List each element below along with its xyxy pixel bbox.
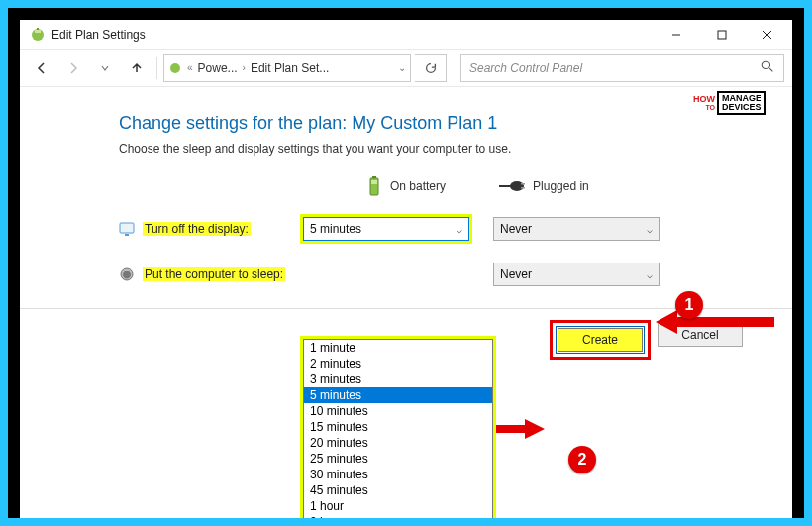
window-title: Edit Plan Settings [51, 28, 654, 42]
svg-rect-17 [120, 223, 134, 233]
dropdown-option[interactable]: 1 minute [304, 340, 492, 356]
svg-rect-11 [372, 176, 376, 178]
svg-line-9 [769, 68, 772, 71]
annotation-badge-1: 1 [675, 291, 703, 319]
sleep-plugged-dropdown[interactable]: Never ⌵ [493, 263, 660, 286]
dropdown-option[interactable]: 1 hour [304, 498, 492, 514]
chevron-down-icon: ⌵ [457, 224, 462, 235]
breadcrumb-item[interactable]: Edit Plan Set... [251, 61, 329, 75]
dropdown-option-selected[interactable]: 5 minutes [304, 387, 492, 403]
page-title: Change settings for the plan: My Custom … [119, 113, 759, 134]
search-input[interactable]: Search Control Panel [460, 54, 784, 82]
refresh-button[interactable] [415, 54, 447, 82]
battery-icon [366, 175, 382, 197]
chevron-down-icon: ⌵ [647, 224, 653, 235]
minimize-button[interactable] [654, 20, 699, 50]
titlebar: Edit Plan Settings [20, 20, 792, 50]
chevron-down-icon: ⌵ [647, 269, 653, 280]
display-label: Turn off the display: [143, 222, 251, 236]
column-plugged-in: Plugged in [499, 179, 589, 193]
svg-rect-2 [37, 28, 39, 30]
nav-forward-button[interactable] [59, 54, 87, 82]
svg-rect-14 [499, 185, 511, 187]
column-on-battery: On battery [366, 175, 446, 197]
svg-point-13 [510, 181, 524, 191]
watermark-logo: HOW TO MANAGE DEVICES [693, 91, 766, 115]
nav-back-button[interactable] [28, 54, 55, 82]
annotation-arrow-1 [656, 307, 774, 337]
setting-row-sleep: Put the computer to sleep: Never ⌵ [119, 263, 759, 286]
svg-rect-16 [521, 187, 525, 189]
breadcrumb-item[interactable]: Powe... [198, 61, 238, 75]
search-icon [761, 60, 775, 76]
sleep-icon [119, 266, 135, 282]
address-bar[interactable]: « Powe... › Edit Plan Set... ⌄ [163, 54, 411, 82]
sleep-label: Put the computer to sleep: [143, 267, 285, 281]
display-battery-dropdown-list[interactable]: 1 minute 2 minutes 3 minutes 5 minutes 1… [303, 339, 493, 518]
setting-row-display: Turn off the display: 5 minutes ⌵ Never … [119, 217, 759, 241]
dropdown-option[interactable]: 15 minutes [304, 419, 492, 435]
search-placeholder: Search Control Panel [469, 61, 761, 75]
dropdown-option[interactable]: 20 minutes [304, 435, 492, 451]
chevron-right-icon: › [243, 62, 246, 73]
svg-marker-20 [656, 310, 774, 334]
create-button-highlight: Create [553, 323, 648, 357]
power-plan-icon [168, 61, 182, 75]
dropdown-option[interactable]: 30 minutes [304, 467, 492, 482]
dropdown-option[interactable]: 3 minutes [304, 371, 492, 387]
dropdown-option[interactable]: 45 minutes [304, 482, 492, 498]
navigation-bar: « Powe... › Edit Plan Set... ⌄ Search Co… [20, 50, 792, 87]
display-plugged-dropdown[interactable]: Never ⌵ [493, 217, 660, 241]
maximize-button[interactable] [699, 20, 745, 50]
display-icon [119, 221, 135, 237]
close-button[interactable] [745, 20, 790, 50]
annotation-badge-2: 2 [568, 446, 596, 473]
dropdown-option[interactable]: 2 hours [304, 514, 492, 518]
breadcrumb-prefix: « [187, 62, 193, 73]
svg-point-7 [170, 63, 180, 73]
svg-rect-12 [371, 180, 377, 184]
svg-rect-18 [125, 234, 129, 236]
chevron-down-icon[interactable]: ⌄ [398, 62, 406, 73]
dropdown-option[interactable]: 25 minutes [304, 451, 492, 467]
nav-up-button[interactable] [123, 54, 151, 82]
dropdown-option[interactable]: 2 minutes [304, 356, 492, 371]
display-battery-dropdown[interactable]: 5 minutes ⌵ [303, 217, 469, 241]
edit-plan-settings-window: Edit Plan Settings « Powe... › Edit Plan [20, 20, 792, 518]
create-button[interactable]: Create [558, 328, 643, 352]
page-subtitle: Choose the sleep and display settings th… [119, 142, 759, 156]
svg-point-8 [762, 61, 769, 68]
body-area: HOW TO MANAGE DEVICES Change settings fo… [20, 87, 792, 518]
dropdown-option[interactable]: 10 minutes [304, 403, 492, 419]
svg-rect-4 [718, 31, 726, 39]
nav-recent-dropdown[interactable] [91, 54, 119, 82]
svg-rect-1 [35, 30, 41, 33]
plug-icon [499, 179, 525, 193]
power-plan-icon [30, 27, 46, 43]
svg-rect-15 [521, 183, 525, 185]
